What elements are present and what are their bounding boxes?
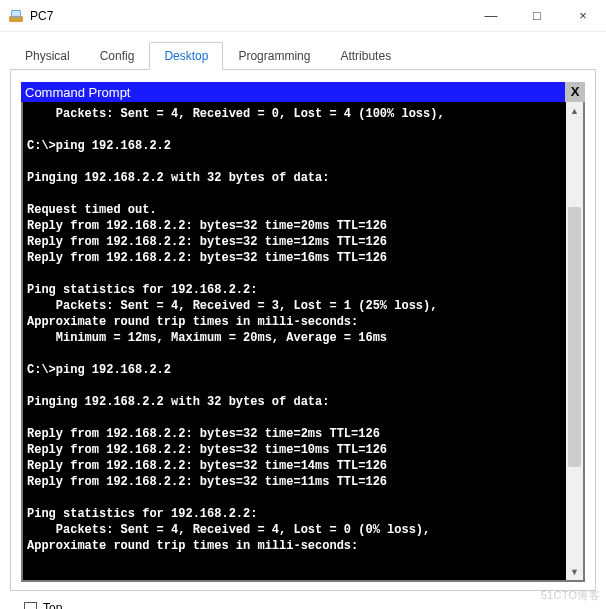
- scroll-down-arrow-icon[interactable]: ▼: [566, 563, 583, 580]
- scrollbar-track[interactable]: [566, 119, 583, 563]
- tab-desktop[interactable]: Desktop: [149, 42, 223, 70]
- scrollbar-thumb[interactable]: [568, 207, 581, 467]
- svg-rect-2: [12, 11, 20, 16]
- top-checkbox[interactable]: [24, 602, 37, 610]
- client-area: Physical Config Desktop Programming Attr…: [0, 32, 606, 609]
- footer: Top: [10, 591, 596, 609]
- command-prompt-title: Command Prompt: [25, 85, 565, 100]
- scroll-up-arrow-icon[interactable]: ▲: [566, 102, 583, 119]
- tab-programming[interactable]: Programming: [223, 42, 325, 70]
- terminal-container: Packets: Sent = 4, Received = 0, Lost = …: [21, 102, 585, 582]
- window-controls: — □ ×: [468, 0, 606, 31]
- window-title: PC7: [30, 9, 468, 23]
- tab-physical[interactable]: Physical: [10, 42, 85, 70]
- scrollbar[interactable]: ▲ ▼: [566, 102, 583, 580]
- maximize-button[interactable]: □: [514, 0, 560, 31]
- desktop-panel: Command Prompt X Packets: Sent = 4, Rece…: [10, 70, 596, 591]
- command-prompt-titlebar[interactable]: Command Prompt X: [21, 82, 585, 102]
- tab-config[interactable]: Config: [85, 42, 150, 70]
- window-titlebar: PC7 — □ ×: [0, 0, 606, 32]
- minimize-button[interactable]: —: [468, 0, 514, 31]
- tab-strip: Physical Config Desktop Programming Attr…: [10, 42, 596, 70]
- app-icon: [8, 8, 24, 24]
- close-button[interactable]: ×: [560, 0, 606, 31]
- tab-attributes[interactable]: Attributes: [325, 42, 406, 70]
- top-checkbox-label: Top: [43, 601, 62, 609]
- terminal-output[interactable]: Packets: Sent = 4, Received = 0, Lost = …: [23, 102, 566, 580]
- command-prompt-close-button[interactable]: X: [565, 82, 585, 102]
